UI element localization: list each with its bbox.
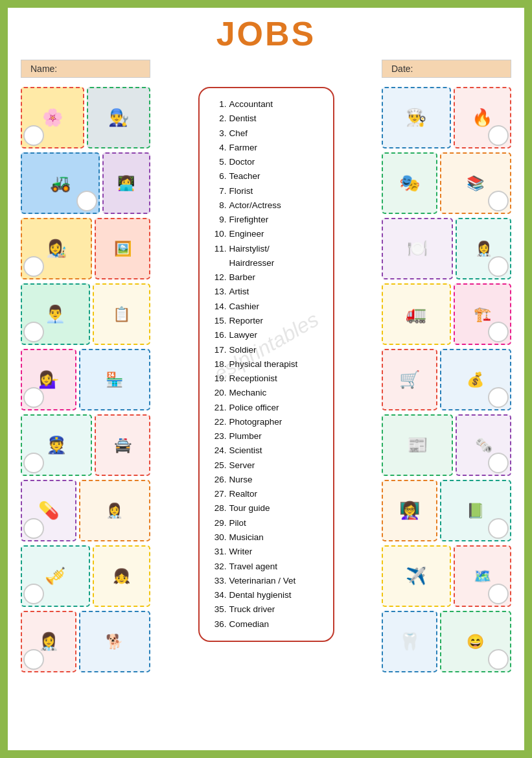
- job-list-item: 18.Physical therapist: [213, 357, 320, 372]
- job-name: Engineer: [229, 227, 264, 241]
- right-image-card-4b: 🏗️: [454, 283, 511, 345]
- job-list-item: 5.Doctor: [213, 155, 320, 169]
- answer-circle[interactable]: [23, 322, 44, 342]
- answer-circle[interactable]: [23, 518, 44, 539]
- job-name: Firefighter: [229, 213, 269, 227]
- answer-circle[interactable]: [488, 518, 509, 539]
- left-image-card-3a: 👩‍🎨: [21, 218, 92, 279]
- job-name: Farmer: [229, 141, 258, 155]
- job-number: 36.: [213, 617, 227, 632]
- left-image-card-1a: 🌸: [21, 87, 84, 148]
- job-number: 1.: [213, 97, 227, 112]
- left-image-card-4a: 👨‍💼: [21, 283, 90, 345]
- job-number: 7.: [213, 184, 227, 198]
- card-row-2: 🚜 👩‍💻: [21, 152, 150, 214]
- job-list-item: 35.Truck driver: [213, 602, 320, 617]
- job-list-item: 11.Hairstylist/: [213, 242, 320, 256]
- card-row-8: 🎺 👧: [21, 545, 150, 607]
- job-number: 9.: [213, 213, 227, 227]
- job-number: 14.: [213, 300, 227, 314]
- answer-circle[interactable]: [488, 387, 509, 408]
- page-container: JOBS Name: Date: 🌸 👨‍🔧: [8, 8, 524, 685]
- job-list-item: 36.Comedian: [213, 617, 320, 632]
- answer-circle[interactable]: [488, 584, 509, 604]
- right-image-card-7b: 📗: [440, 480, 511, 541]
- job-number: 22.: [213, 415, 227, 429]
- right-image-card-5b: 💰: [440, 349, 511, 410]
- job-number: 20.: [213, 386, 227, 400]
- job-number: 21.: [213, 401, 227, 415]
- job-number: 18.: [213, 357, 227, 372]
- answer-circle[interactable]: [76, 191, 97, 211]
- card-row-5: 💁‍♀️ 🏪: [21, 349, 150, 410]
- job-number: 13.: [213, 285, 227, 299]
- job-name: Truck driver: [229, 602, 275, 617]
- left-image-card-6b: 🚔: [95, 414, 150, 476]
- right-image-card-9b: 😄: [440, 611, 511, 672]
- card-row-1: 🌸 👨‍🔧: [21, 87, 150, 148]
- job-number: 26.: [213, 473, 227, 487]
- right-image-card-6b: 🗞️: [456, 414, 511, 476]
- job-name: Reporter: [229, 314, 264, 328]
- job-name: Actor/Actress: [229, 198, 281, 213]
- job-list-item: 4.Farmer: [213, 141, 320, 155]
- job-list-item: 2.Dentist: [213, 112, 320, 126]
- name-field[interactable]: Name:: [21, 60, 150, 78]
- right-card-row-2: 🎭 📚: [382, 152, 511, 214]
- job-name: Nurse: [229, 473, 253, 487]
- job-list-item: 25.Server: [213, 458, 320, 473]
- answer-circle[interactable]: [488, 125, 509, 146]
- answer-circle[interactable]: [488, 191, 509, 211]
- job-name: Comedian: [229, 617, 270, 632]
- job-list-item: 28.Tour guide: [213, 501, 320, 515]
- right-image-card-6a: 📰: [382, 414, 453, 476]
- center-column: 1.Accountant2.Dentist3.Chef4.Farmer5.Doc…: [157, 87, 375, 642]
- job-name: Soldier: [229, 343, 257, 357]
- job-list-item: 8.Actor/Actress: [213, 198, 320, 213]
- job-list-item: 12.Barber: [213, 270, 320, 285]
- job-list-item: 14.Cashier: [213, 300, 320, 314]
- job-number: 28.: [213, 501, 227, 515]
- right-card-row-1: 👨‍🍳 🔥: [382, 87, 511, 148]
- left-image-card-8b: 👧: [93, 545, 150, 607]
- job-name: Musician: [229, 530, 264, 545]
- answer-circle[interactable]: [23, 125, 44, 146]
- answer-circle[interactable]: [23, 256, 44, 277]
- job-name: Pilot: [229, 516, 246, 530]
- right-image-card-2b: 📚: [440, 152, 511, 214]
- answer-circle[interactable]: [23, 453, 44, 473]
- answer-circle[interactable]: [488, 453, 509, 473]
- right-image-card-9a: 🦷: [382, 611, 437, 672]
- right-image-card-1a: 👨‍🍳: [382, 87, 451, 148]
- job-list-item: 31.Writer: [213, 545, 320, 559]
- job-list-item: 15.Reporter: [213, 314, 320, 328]
- right-image-card-8a: ✈️: [382, 545, 451, 607]
- job-name: Teacher: [229, 169, 260, 184]
- job-list-item: 24.Scientist: [213, 444, 320, 458]
- job-name: Tour guide: [229, 501, 270, 515]
- job-list-item: 34.Dental hygienist: [213, 588, 320, 602]
- card-row-9: 👩‍⚕️ 🐕: [21, 611, 150, 672]
- job-list-item: 29.Pilot: [213, 516, 320, 530]
- right-card-row-7: 👩‍🏫 📗: [382, 480, 511, 541]
- job-number: 25.: [213, 458, 227, 473]
- name-label: Name:: [30, 64, 57, 74]
- answer-circle[interactable]: [23, 584, 44, 604]
- job-name: Lawyer: [229, 328, 258, 342]
- job-list-item: 3.Chef: [213, 126, 320, 141]
- job-list-item: 7.Florist: [213, 184, 320, 198]
- left-image-card-8a: 🎺: [21, 545, 90, 607]
- answer-circle[interactable]: [488, 256, 509, 277]
- answer-circle[interactable]: [488, 322, 509, 342]
- job-name: Accountant: [229, 97, 273, 112]
- right-image-card-3b: 👩‍⚕️: [456, 218, 511, 279]
- answer-circle[interactable]: [23, 649, 44, 670]
- answer-circle[interactable]: [488, 649, 509, 670]
- date-field[interactable]: Date:: [382, 60, 511, 78]
- job-number: 19.: [213, 372, 227, 386]
- card-row-4: 👨‍💼 📋: [21, 283, 150, 345]
- answer-circle[interactable]: [23, 387, 44, 408]
- job-list-item: 10.Engineer: [213, 227, 320, 241]
- job-number: 30.: [213, 530, 227, 545]
- left-image-card-6a: 👮: [21, 414, 92, 476]
